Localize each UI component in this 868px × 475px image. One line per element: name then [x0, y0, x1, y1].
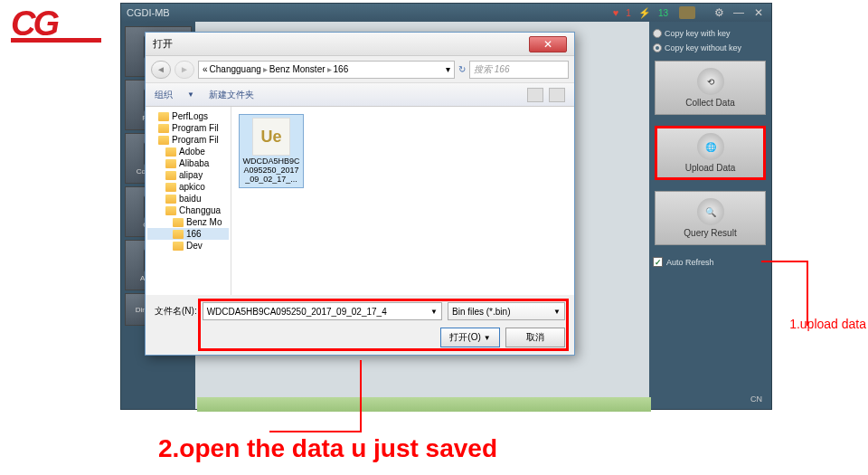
file-list: Ue WDCDA5HB9CA095250_2017_09_02_17_... [231, 107, 574, 295]
titlebar-icons: ♥ 1 ⚡ 13 ⚙ — ✕ [613, 6, 766, 19]
radio-icon [653, 43, 662, 52]
tree-item[interactable]: Benz Mo [147, 216, 229, 228]
file-icon: Ue [252, 118, 290, 156]
folder-icon [158, 136, 169, 145]
filetype-select[interactable]: Bin files (*.bin)▼ [448, 302, 565, 320]
folder-icon [173, 242, 184, 251]
tree-item[interactable]: Alibaba [147, 157, 229, 169]
tree-item[interactable]: Changgua [147, 204, 229, 216]
dialog-title: 打开 [153, 37, 173, 51]
cancel-button[interactable]: 取消 [505, 328, 565, 347]
cg-logo: CG [11, 5, 101, 43]
filename-input[interactable]: WDCDA5HB9CA095250_2017_09_02_17_4▼ [203, 302, 442, 320]
checkbox-icon: ✓ [653, 257, 663, 267]
search-icon: 🔍 [697, 198, 724, 225]
copy-without-key-option[interactable]: Copy key without key [653, 43, 768, 52]
folder-icon [158, 124, 169, 133]
tree-item-selected[interactable]: 166 [147, 228, 229, 240]
titlebar: CGDI-MB ♥ 1 ⚡ 13 ⚙ — ✕ [121, 4, 771, 22]
tree-item[interactable]: Adobe [147, 146, 229, 157]
view-icon[interactable] [527, 88, 543, 102]
tree-item[interactable]: PerfLogs [147, 110, 229, 122]
tree-item[interactable]: Dev [147, 240, 229, 252]
progress-bar [197, 397, 651, 412]
folder-icon [158, 112, 169, 121]
dialog-footer: 文件名(N): WDCDA5HB9CA095250_2017_09_02_17_… [146, 295, 574, 355]
tree-item[interactable]: Program Fil [147, 122, 229, 134]
tree-item[interactable]: alipay [147, 169, 229, 181]
help-icon[interactable] [549, 88, 565, 102]
folder-icon [173, 230, 184, 239]
open-button[interactable]: 打开(O)▼ [440, 328, 500, 347]
auto-refresh-checkbox[interactable]: ✓Auto Refresh [653, 257, 768, 267]
filename-label: 文件名(N): [155, 305, 197, 318]
folder-icon [165, 171, 176, 180]
wifi-count: 13 [658, 8, 668, 18]
usb-icon: ⟲ [697, 68, 724, 95]
app-title: CGDI-MB [127, 7, 170, 18]
id-icon [679, 6, 695, 19]
upload-data-button[interactable]: 🌐Upload Data [655, 126, 766, 180]
annotation-1: 1.upload data [789, 317, 866, 331]
breadcrumb[interactable]: « Changguang▸ Benz Monster▸ 166 ▾ [198, 61, 455, 79]
annotation-2: 2.open the data u just saved [158, 434, 497, 463]
tree-item[interactable]: baidu [147, 193, 229, 204]
right-panel: Copy key with key Copy key without key ⟲… [649, 22, 771, 409]
nav-back-button[interactable]: ◄ [151, 61, 171, 79]
organize-menu[interactable]: 组织 [155, 89, 173, 101]
wifi-icon: ⚡ [638, 7, 651, 19]
folder-icon [165, 183, 176, 192]
folder-icon [173, 218, 184, 227]
folder-icon [165, 159, 176, 168]
folder-icon [165, 195, 176, 204]
folder-icon [165, 206, 176, 215]
copy-with-key-option[interactable]: Copy key with key [653, 29, 768, 38]
folder-icon [165, 147, 176, 157]
dialog-titlebar: 打开 ✕ [146, 33, 574, 56]
file-name: WDCDA5HB9CA095250_2017_09_02_17_... [242, 157, 300, 185]
close-icon[interactable]: ✕ [751, 6, 766, 19]
folder-tree: PerfLogs Program Fil Program Fil Adobe A… [146, 107, 231, 295]
globe-icon: 🌐 [697, 133, 724, 160]
heart-count: 1 [626, 8, 631, 18]
tree-item[interactable]: Program Fil [147, 134, 229, 146]
heart-icon: ♥ [613, 7, 619, 18]
new-folder-button[interactable]: 新建文件夹 [209, 89, 254, 101]
collect-data-button[interactable]: ⟲Collect Data [655, 61, 766, 115]
dialog-close-button[interactable]: ✕ [529, 36, 567, 52]
dialog-toolbar: 组织▼ 新建文件夹 [146, 83, 574, 107]
annotation-line-2 [360, 360, 362, 432]
refresh-icon[interactable]: ↻ [458, 64, 466, 74]
annotation-line-1 [761, 261, 807, 262]
tree-item[interactable]: apkico [147, 181, 229, 193]
settings-icon[interactable]: ⚙ [712, 6, 726, 19]
file-item[interactable]: Ue WDCDA5HB9CA095250_2017_09_02_17_... [239, 114, 304, 188]
language-label: CN [750, 394, 762, 404]
dialog-nav: ◄ ► « Changguang▸ Benz Monster▸ 166 ▾ ↻ … [146, 56, 574, 83]
file-open-dialog: 打开 ✕ ◄ ► « Changguang▸ Benz Monster▸ 166… [145, 32, 575, 356]
query-result-button[interactable]: 🔍Query Result [655, 191, 766, 245]
minimize-icon[interactable]: — [731, 6, 746, 19]
nav-forward-button[interactable]: ► [175, 61, 194, 79]
search-input[interactable]: 搜索 166 [469, 61, 569, 79]
radio-icon [653, 29, 662, 38]
